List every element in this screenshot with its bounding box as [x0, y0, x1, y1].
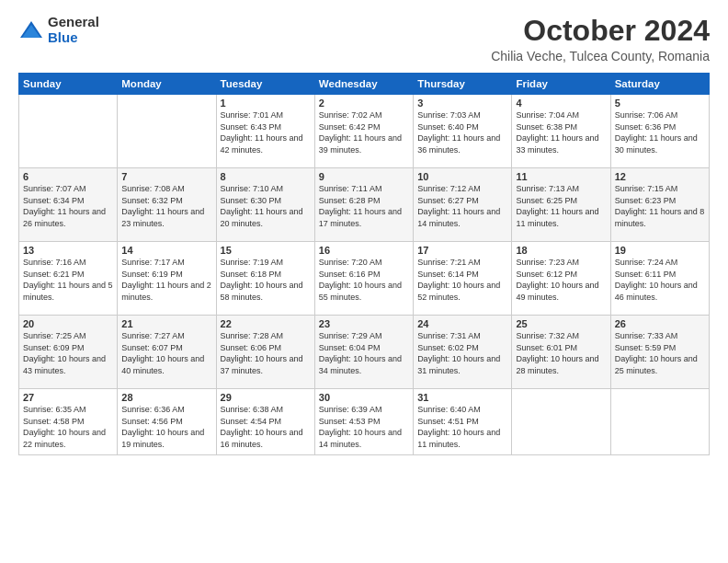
cell-info: Sunrise: 7:10 AMSunset: 6:30 PMDaylight:… — [221, 184, 303, 228]
cell-info: Sunrise: 7:01 AMSunset: 6:43 PMDaylight:… — [221, 110, 303, 155]
day-number: 6 — [23, 171, 113, 182]
cell-info: Sunrise: 7:12 AMSunset: 6:27 PMDaylight:… — [417, 184, 500, 228]
table-row: 19Sunrise: 7:24 AMSunset: 6:11 PMDayligh… — [610, 242, 709, 316]
cell-info: Sunrise: 7:17 AMSunset: 6:19 PMDaylight:… — [121, 258, 211, 302]
week-row-1: 6Sunrise: 7:07 AMSunset: 6:34 PMDaylight… — [19, 168, 710, 242]
table-row: 28Sunrise: 6:36 AMSunset: 4:56 PMDayligh… — [118, 389, 216, 455]
table-row: 27Sunrise: 6:35 AMSunset: 4:58 PMDayligh… — [19, 389, 118, 455]
logo-icon — [18, 17, 44, 43]
table-row: 24Sunrise: 7:31 AMSunset: 6:02 PMDayligh… — [414, 316, 512, 389]
table-row — [512, 389, 610, 455]
logo-blue: Blue — [48, 30, 99, 46]
cell-info: Sunrise: 6:36 AMSunset: 4:56 PMDaylight:… — [121, 405, 204, 449]
day-number: 26 — [615, 318, 705, 329]
day-number: 21 — [121, 318, 211, 329]
table-row: 31Sunrise: 6:40 AMSunset: 4:51 PMDayligh… — [414, 389, 512, 455]
calendar-table: Sunday Monday Tuesday Wednesday Thursday… — [18, 73, 710, 455]
col-saturday: Saturday — [610, 74, 709, 95]
day-number: 16 — [319, 245, 409, 256]
table-row: 23Sunrise: 7:29 AMSunset: 6:04 PMDayligh… — [314, 316, 413, 389]
cell-info: Sunrise: 6:35 AMSunset: 4:58 PMDaylight:… — [23, 405, 106, 449]
table-row: 6Sunrise: 7:07 AMSunset: 6:34 PMDaylight… — [19, 168, 118, 242]
table-row: 17Sunrise: 7:21 AMSunset: 6:14 PMDayligh… — [414, 242, 512, 316]
cell-info: Sunrise: 7:04 AMSunset: 6:38 PMDaylight:… — [516, 110, 598, 155]
table-row: 3Sunrise: 7:03 AMSunset: 6:40 PMDaylight… — [414, 95, 512, 168]
day-number: 31 — [417, 392, 507, 403]
logo-text: General Blue — [48, 15, 99, 45]
page: General Blue October 2024 Chilia Veche, … — [0, 0, 728, 563]
cell-info: Sunrise: 7:32 AMSunset: 6:01 PMDaylight:… — [516, 331, 598, 375]
day-number: 24 — [417, 318, 507, 329]
week-row-0: 1Sunrise: 7:01 AMSunset: 6:43 PMDaylight… — [19, 95, 710, 168]
table-row: 5Sunrise: 7:06 AMSunset: 6:36 PMDaylight… — [610, 95, 709, 168]
cell-info: Sunrise: 7:24 AMSunset: 6:11 PMDaylight:… — [615, 258, 698, 302]
day-number: 17 — [417, 245, 507, 256]
day-number: 11 — [516, 171, 606, 182]
table-row: 9Sunrise: 7:11 AMSunset: 6:28 PMDaylight… — [314, 168, 413, 242]
cell-info: Sunrise: 7:31 AMSunset: 6:02 PMDaylight:… — [417, 331, 500, 375]
day-number: 3 — [417, 98, 507, 109]
table-row: 4Sunrise: 7:04 AMSunset: 6:38 PMDaylight… — [512, 95, 610, 168]
table-row: 30Sunrise: 6:39 AMSunset: 4:53 PMDayligh… — [314, 389, 413, 455]
day-number: 25 — [516, 318, 606, 329]
header: General Blue October 2024 Chilia Veche, … — [18, 15, 710, 63]
cell-info: Sunrise: 7:08 AMSunset: 6:32 PMDaylight:… — [121, 184, 204, 228]
cell-info: Sunrise: 7:27 AMSunset: 6:07 PMDaylight:… — [121, 331, 204, 375]
cell-info: Sunrise: 7:29 AMSunset: 6:04 PMDaylight:… — [319, 331, 402, 375]
week-row-4: 27Sunrise: 6:35 AMSunset: 4:58 PMDayligh… — [19, 389, 710, 455]
cell-info: Sunrise: 7:33 AMSunset: 5:59 PMDaylight:… — [615, 331, 698, 375]
col-monday: Monday — [118, 74, 216, 95]
day-number: 28 — [121, 392, 211, 403]
day-number: 19 — [615, 245, 705, 256]
day-number: 22 — [221, 318, 311, 329]
table-row: 18Sunrise: 7:23 AMSunset: 6:12 PMDayligh… — [512, 242, 610, 316]
cell-info: Sunrise: 7:16 AMSunset: 6:21 PMDaylight:… — [23, 258, 113, 302]
day-number: 20 — [23, 318, 113, 329]
table-row: 21Sunrise: 7:27 AMSunset: 6:07 PMDayligh… — [118, 316, 216, 389]
day-number: 8 — [221, 171, 311, 182]
week-row-3: 20Sunrise: 7:25 AMSunset: 6:09 PMDayligh… — [19, 316, 710, 389]
day-number: 13 — [23, 245, 113, 256]
col-sunday: Sunday — [19, 74, 118, 95]
day-number: 5 — [615, 98, 705, 109]
table-row — [19, 95, 118, 168]
day-number: 12 — [615, 171, 705, 182]
logo-general: General — [48, 15, 99, 30]
col-wednesday: Wednesday — [314, 74, 413, 95]
day-number: 23 — [319, 318, 409, 329]
table-row: 2Sunrise: 7:02 AMSunset: 6:42 PMDaylight… — [314, 95, 413, 168]
logo: General Blue — [18, 15, 99, 45]
day-number: 10 — [417, 171, 507, 182]
cell-info: Sunrise: 7:25 AMSunset: 6:09 PMDaylight:… — [23, 331, 106, 375]
col-thursday: Thursday — [414, 74, 512, 95]
cell-info: Sunrise: 6:40 AMSunset: 4:51 PMDaylight:… — [417, 405, 500, 449]
cell-info: Sunrise: 7:15 AMSunset: 6:23 PMDaylight:… — [615, 184, 705, 228]
table-row: 29Sunrise: 6:38 AMSunset: 4:54 PMDayligh… — [216, 389, 314, 455]
col-tuesday: Tuesday — [216, 74, 314, 95]
table-row: 11Sunrise: 7:13 AMSunset: 6:25 PMDayligh… — [512, 168, 610, 242]
table-row: 25Sunrise: 7:32 AMSunset: 6:01 PMDayligh… — [512, 316, 610, 389]
table-row: 7Sunrise: 7:08 AMSunset: 6:32 PMDaylight… — [118, 168, 216, 242]
table-row: 1Sunrise: 7:01 AMSunset: 6:43 PMDaylight… — [216, 95, 314, 168]
cell-info: Sunrise: 6:38 AMSunset: 4:54 PMDaylight:… — [221, 405, 303, 449]
day-number: 1 — [221, 98, 311, 109]
table-row: 22Sunrise: 7:28 AMSunset: 6:06 PMDayligh… — [216, 316, 314, 389]
cell-info: Sunrise: 7:11 AMSunset: 6:28 PMDaylight:… — [319, 184, 402, 228]
cell-info: Sunrise: 7:06 AMSunset: 6:36 PMDaylight:… — [615, 110, 698, 155]
day-number: 27 — [23, 392, 113, 403]
cell-info: Sunrise: 7:21 AMSunset: 6:14 PMDaylight:… — [417, 258, 500, 302]
table-row: 26Sunrise: 7:33 AMSunset: 5:59 PMDayligh… — [610, 316, 709, 389]
cell-info: Sunrise: 7:13 AMSunset: 6:25 PMDaylight:… — [516, 184, 598, 228]
day-number: 14 — [121, 245, 211, 256]
table-row — [610, 389, 709, 455]
table-row: 16Sunrise: 7:20 AMSunset: 6:16 PMDayligh… — [314, 242, 413, 316]
subtitle: Chilia Veche, Tulcea County, Romania — [491, 49, 710, 63]
table-row: 13Sunrise: 7:16 AMSunset: 6:21 PMDayligh… — [19, 242, 118, 316]
day-number: 15 — [221, 245, 311, 256]
title-block: October 2024 Chilia Veche, Tulcea County… — [491, 15, 710, 63]
cell-info: Sunrise: 7:02 AMSunset: 6:42 PMDaylight:… — [319, 110, 402, 155]
main-title: October 2024 — [491, 15, 710, 47]
table-row: 8Sunrise: 7:10 AMSunset: 6:30 PMDaylight… — [216, 168, 314, 242]
cell-info: Sunrise: 7:07 AMSunset: 6:34 PMDaylight:… — [23, 184, 106, 228]
header-row: Sunday Monday Tuesday Wednesday Thursday… — [19, 74, 710, 95]
